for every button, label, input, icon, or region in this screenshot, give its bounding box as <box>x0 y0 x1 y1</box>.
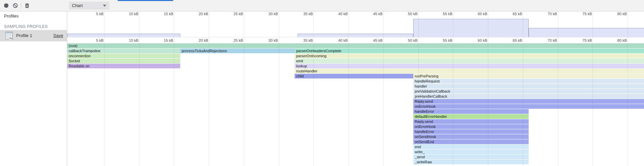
tick-label: 70 kB <box>537 38 557 42</box>
flame-bar--send[interactable]: _send <box>413 155 528 159</box>
flame-bar-routehandler[interactable]: routeHandler <box>295 69 644 73</box>
sidebar-item-profile-1[interactable]: % Profile 1 Save <box>0 30 67 41</box>
tick-label: 45 kB <box>363 38 383 42</box>
tick-label: 5 kB <box>83 38 104 42</box>
profiles-sidebar: Profiles SAMPLING PROFILES % Profile 1 S… <box>0 11 67 166</box>
tick-label: 80 kB <box>607 12 627 16</box>
gridline <box>139 11 140 166</box>
flame-bar-emit[interactable]: emit <box>295 59 644 63</box>
tick-label: 25 kB <box>223 38 243 42</box>
overview-step[interactable] <box>529 28 644 37</box>
tick-label: 75 kB <box>572 12 592 16</box>
gridline <box>523 11 523 166</box>
flame-bar-socket[interactable]: Socket <box>67 59 180 63</box>
tick-label: 20 kB <box>188 38 208 42</box>
overview-step[interactable] <box>413 19 528 37</box>
gridline <box>209 11 209 166</box>
flame-bar-handleerror[interactable]: handleError <box>413 129 528 134</box>
flame-bar-parseronheaderscomplete[interactable]: parserOnHeadersComplete <box>295 48 644 53</box>
gridline <box>244 11 244 166</box>
flame-bar-lookup[interactable]: lookup <box>295 64 644 68</box>
flame-bar-runpreparsing[interactable]: runPreParsing <box>413 74 644 78</box>
flame-bar-write-[interactable]: write_ <box>413 150 528 154</box>
tick-label: 25 kB <box>223 12 243 16</box>
flame-bar-callbacktrampoline[interactable]: callbackTrampoline <box>67 48 180 53</box>
tick-label: 45 kB <box>363 12 383 16</box>
tick-label: 35 kB <box>293 38 313 42</box>
overview-step[interactable] <box>67 34 180 37</box>
tick-label: 65 kB <box>502 12 522 16</box>
flame-bar-onsendhook[interactable]: onSendHook <box>413 134 528 139</box>
devtools-memory-profiler: { "toolbar": { "dropdown_label": "Chart"… <box>0 0 644 166</box>
flame-bar-defaulterrorhandler[interactable]: defaultErrorHandler <box>413 114 528 119</box>
flame-bar-reply-send[interactable]: Reply.send <box>413 99 644 104</box>
gridline <box>279 11 279 166</box>
gridline <box>453 11 453 166</box>
tick-label: 70 kB <box>537 12 557 16</box>
gridline <box>348 11 349 166</box>
tick-label: 10 kB <box>118 12 139 16</box>
trash-icon[interactable] <box>25 3 30 8</box>
tick-label: 30 kB <box>258 12 278 16</box>
tick-label: 20 kB <box>188 12 208 16</box>
toolbar-divider <box>21 3 21 8</box>
save-profile-link[interactable]: Save <box>53 33 63 38</box>
tick-label: 50 kB <box>397 38 418 42</box>
overview-step[interactable] <box>298 34 413 37</box>
tick-label: 75 kB <box>572 38 592 42</box>
clear-icon[interactable] <box>13 3 18 8</box>
flame-bar-onsendend[interactable]: onSendEnd <box>413 139 528 144</box>
tick-label: 5 kB <box>83 12 104 16</box>
flame-bar-handlerequest[interactable]: handleRequest <box>413 79 644 84</box>
flame-bar--writeraw[interactable]: _writeRaw <box>413 160 528 164</box>
tick-label: 55 kB <box>432 12 452 16</box>
flame-bar-prehandlercallback[interactable]: preHandlerCallback <box>413 94 644 99</box>
tick-label: 15 kB <box>153 12 173 16</box>
flame-bar-reply-send[interactable]: Reply.send <box>413 119 528 124</box>
tick-label: 40 kB <box>328 38 348 42</box>
tick-label: 50 kB <box>397 12 418 16</box>
tick-label: 10 kB <box>118 38 139 42</box>
sidebar-title: Profiles <box>4 13 18 19</box>
sampling-profiles-header: SAMPLING PROFILES <box>4 24 48 29</box>
flame-chart-panel: (root)callbackTrampolineprocessTicksAndR… <box>67 11 644 166</box>
flame-bar-handler[interactable]: handler <box>413 84 644 89</box>
chevron-down-icon <box>103 5 106 7</box>
active-tab-indicator <box>118 0 173 1</box>
flame-bar-onerrorhook[interactable]: onErrorHook <box>413 124 528 129</box>
gridline <box>418 11 419 166</box>
tick-label: 80 kB <box>607 38 627 42</box>
profile-name: Profile 1 <box>16 33 32 38</box>
gridline <box>628 11 628 166</box>
gridline <box>104 11 105 166</box>
gridline <box>488 11 488 166</box>
record-button[interactable] <box>4 3 9 8</box>
flame-bar-end[interactable]: end <box>413 144 528 149</box>
flame-bar-onerrorhook[interactable]: onErrorHook <box>413 104 644 109</box>
flame-bar-readable-on[interactable]: Readable.on <box>67 64 180 68</box>
tick-label: 60 kB <box>467 12 487 16</box>
tick-label: 65 kB <box>502 38 522 42</box>
tick-label: 60 kB <box>467 38 487 42</box>
flame-bar-processticksandrejections[interactable]: processTicksAndRejections <box>180 48 295 53</box>
tick-label: 55 kB <box>432 38 452 42</box>
toolbar: Chart <box>0 0 644 11</box>
gridline <box>383 11 384 166</box>
profile-chart-icon: % <box>5 32 13 40</box>
gridline <box>313 11 314 166</box>
view-mode-dropdown-value: Chart <box>72 3 83 8</box>
flame-bar-parseronincoming[interactable]: parserOnIncoming <box>295 54 644 58</box>
gridline <box>593 11 593 166</box>
flame-bar-handleerror[interactable]: handleError <box>413 109 528 114</box>
gridline <box>174 11 174 166</box>
tick-label: 15 kB <box>153 38 173 42</box>
tick-label: 30 kB <box>258 38 278 42</box>
gridline <box>558 11 558 166</box>
view-mode-dropdown[interactable]: Chart <box>69 2 109 9</box>
tick-label: 40 kB <box>328 12 348 16</box>
tick-label: 35 kB <box>293 12 313 16</box>
flame-bar-onconnection[interactable]: onconnection <box>67 54 180 58</box>
flame-bar-child[interactable]: child <box>295 74 413 78</box>
flame-bar-prevalidationcallback[interactable]: preValidationCallback <box>413 89 644 94</box>
